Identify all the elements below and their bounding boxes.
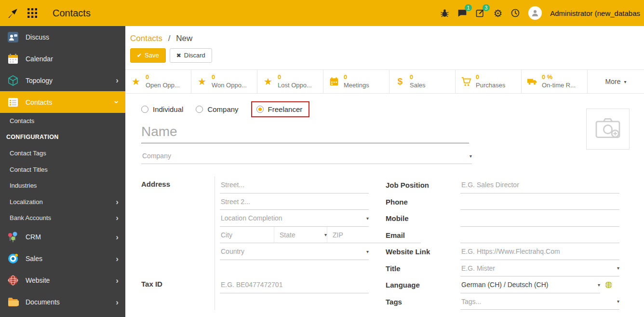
name-input[interactable] — [141, 123, 469, 143]
sidebar-item-label: Topology — [26, 77, 53, 84]
breadcrumb-current: New — [176, 34, 192, 43]
caret-down-icon: ▾ — [598, 282, 600, 288]
title-select[interactable]: ▾ — [460, 260, 619, 277]
chevron-right-icon: › — [116, 233, 119, 241]
app-title: Contacts — [53, 8, 91, 19]
mobile-input[interactable] — [460, 214, 619, 222]
sidebar-subitem-contacts[interactable]: Contacts — [0, 113, 125, 129]
caret-down-icon: ▾ — [617, 299, 619, 304]
location-completion-input[interactable] — [220, 214, 366, 222]
contact-photo-upload[interactable] — [586, 109, 630, 150]
language-select[interactable]: ▾ — [460, 276, 600, 293]
stat-meetings[interactable]: 0Meetings — [323, 70, 389, 93]
contacts-icon — [7, 96, 19, 109]
job-position-label: Job Position — [386, 181, 460, 189]
company-input[interactable] — [141, 152, 470, 160]
sidebar-item-sales[interactable]: Sales › — [0, 248, 125, 270]
debug-bug-icon[interactable] — [440, 9, 449, 18]
cart-icon — [460, 76, 472, 87]
discard-button[interactable]: ✖ Discard — [170, 48, 212, 63]
caret-down-icon: ▾ — [366, 249, 369, 254]
sidebar-item-crm[interactable]: CRM › — [0, 226, 125, 248]
country-input[interactable] — [220, 247, 366, 256]
sidebar-subitem-label: Contact Tags — [10, 150, 46, 157]
title-input[interactable] — [460, 264, 617, 273]
state-input[interactable] — [279, 231, 324, 239]
sidebar-item-label: Discuss — [26, 33, 49, 41]
stat-sales[interactable]: $ 0Sales — [389, 70, 456, 93]
sidebar-subitem-contact-tags[interactable]: Contact Tags — [0, 145, 125, 162]
dollar-icon: $ — [394, 76, 406, 87]
sidebar-subitem-localization[interactable]: Localization › — [0, 194, 125, 210]
city-input[interactable] — [220, 231, 274, 239]
street-input[interactable] — [220, 180, 369, 189]
activities-icon[interactable]: 3 — [475, 8, 485, 18]
tags-label: Tags — [386, 298, 460, 306]
job-position-input[interactable] — [460, 180, 619, 189]
sidebar-item-contacts[interactable]: Contacts › — [0, 91, 125, 113]
language-input[interactable] — [460, 280, 598, 289]
stat-open-opportunities[interactable]: ★ 0Open Opp... — [125, 70, 191, 93]
chevron-right-icon: › — [116, 214, 119, 222]
sidebar-item-documents[interactable]: Documents › — [0, 291, 125, 313]
sidebar-subitem-bank-accounts[interactable]: Bank Accounts › — [0, 210, 125, 226]
messages-icon[interactable]: 1 — [457, 8, 467, 18]
sidebar-item-calendar[interactable]: Calendar — [0, 48, 125, 69]
state-select[interactable]: ▾ — [274, 227, 327, 244]
breadcrumb-contacts-link[interactable]: Contacts — [130, 34, 162, 43]
radio-freelancer[interactable]: Freelancer — [256, 105, 303, 113]
chevron-right-icon: › — [116, 255, 119, 263]
radio-circle — [196, 106, 203, 113]
tax-id-label: Tax ID — [141, 276, 215, 310]
sidebar-item-discuss[interactable]: Discuss — [0, 26, 125, 48]
top-bar: Contacts 1 3 ⚙ Administrator (new_databa… — [0, 0, 644, 26]
user-menu[interactable]: Administrator (new_databas — [550, 9, 640, 17]
main-content: Contacts / New ✔ Save ✖ Discard ★ 0Open … — [125, 26, 644, 317]
documents-folder-icon — [7, 296, 19, 308]
website-link-input[interactable] — [460, 247, 619, 256]
sidebar-subitem-industries[interactable]: Industries — [0, 178, 125, 194]
chevron-down-icon: › — [113, 101, 121, 104]
phone-input[interactable] — [460, 197, 619, 206]
stat-won-opportunities[interactable]: ★ 0Won Oppo... — [191, 70, 257, 93]
location-completion-select[interactable]: ▾ — [220, 210, 369, 227]
translate-globe-icon[interactable] — [604, 281, 613, 289]
breadcrumb-separator: / — [168, 34, 171, 43]
user-avatar[interactable] — [528, 6, 542, 20]
tags-input[interactable] — [460, 297, 617, 306]
save-button[interactable]: ✔ Save — [130, 48, 166, 63]
sidebar-subitem-contact-titles[interactable]: Contact Titles — [0, 162, 125, 178]
street2-input[interactable] — [220, 197, 369, 206]
caret-down-icon: ▾ — [366, 216, 369, 221]
messages-badge: 1 — [465, 4, 472, 11]
sidebar-item-label: Sales — [26, 255, 42, 262]
sidebar-item-label: Contacts — [26, 98, 52, 106]
tags-select[interactable]: ▾ — [460, 293, 619, 310]
country-select[interactable]: ▾ — [220, 243, 369, 260]
sidebar-item-website[interactable]: Website › — [0, 270, 125, 291]
topology-icon — [7, 74, 19, 87]
app-logo-icon[interactable] — [7, 7, 19, 19]
clock-icon[interactable] — [510, 8, 520, 18]
sidebar: Discuss Calendar Topology › Contacts › C… — [0, 26, 125, 317]
apps-grid-icon[interactable] — [27, 8, 37, 18]
settings-gears-icon[interactable]: ⚙ — [493, 8, 502, 18]
language-label: Language — [386, 281, 460, 289]
sidebar-item-label: Documents — [26, 298, 60, 306]
stat-lost-opportunities[interactable]: ★ 0Lost Oppo... — [257, 70, 323, 93]
radio-individual[interactable]: Individual — [141, 105, 183, 113]
company-select[interactable]: ▾ — [141, 152, 472, 164]
stat-on-time-rate[interactable]: 0 %On-time R... — [522, 70, 588, 93]
cross-icon: ✖ — [176, 53, 181, 59]
sidebar-section-configuration: CONFIGURATION — [0, 129, 125, 146]
tax-id-input[interactable] — [220, 280, 369, 289]
stat-purchases[interactable]: 0Purchases — [456, 70, 522, 93]
sidebar-subitem-label: Bank Accounts — [10, 214, 51, 221]
mobile-label: Mobile — [386, 214, 460, 222]
sidebar-item-label: Website — [26, 276, 50, 284]
more-button[interactable]: More ▾ — [588, 70, 644, 93]
sidebar-item-topology[interactable]: Topology › — [0, 69, 125, 91]
caret-down-icon: ▾ — [624, 79, 626, 84]
radio-company[interactable]: Company — [196, 105, 238, 113]
email-input[interactable] — [460, 231, 619, 239]
